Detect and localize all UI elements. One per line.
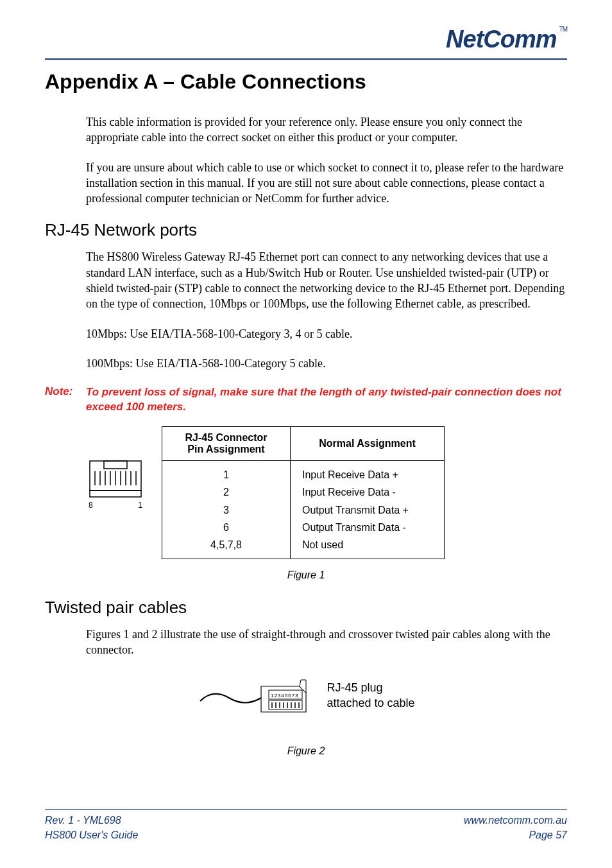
rj45-paragraph-3: 100Mbps: Use EIA/TIA-568-100-Category 5 … [86, 356, 567, 371]
rj45-connector-icon: 8 1 [86, 460, 145, 510]
footer-left: Rev. 1 - YML698 HS800 User's Guide [45, 813, 138, 842]
connector-pin-1: 1 [138, 501, 142, 510]
table-header-pin: RJ-45 Connector Pin Assignment [162, 427, 291, 461]
twisted-paragraph-1: Figures 1 and 2 illustrate the use of st… [86, 627, 567, 658]
table-assign-cell: Input Receive Data + Input Receive Data … [291, 461, 445, 559]
table-pin-cell: 1 2 3 6 4,5,7,8 [162, 461, 291, 559]
rj45-heading: RJ-45 Network ports [45, 220, 567, 240]
rj45-plug-icon: 12345678 [197, 672, 319, 720]
twisted-heading: Twisted pair cables [45, 598, 567, 618]
connector-pin-8: 8 [89, 501, 93, 510]
plug-label: RJ-45 plug attached to cable [327, 681, 414, 711]
svg-rect-15 [269, 700, 302, 709]
intro-paragraph-1: This cable information is provided for y… [86, 114, 567, 146]
logo-text: NetComm [446, 26, 556, 53]
netcomm-logo: NetCommTM [446, 26, 567, 53]
figure-2-wrap: 12345678 RJ-45 plug attached to cable [45, 672, 567, 720]
pin-assignment-table: RJ-45 Connector Pin Assignment Normal As… [162, 426, 445, 559]
plug-pin-numbers: 12345678 [271, 693, 299, 699]
figure-2-caption: Figure 2 [45, 745, 567, 757]
note-text: To prevent loss of signal, make sure tha… [86, 385, 567, 415]
note-block: Note: To prevent loss of signal, make su… [45, 385, 567, 415]
svg-rect-1 [104, 461, 127, 469]
page-footer: Rev. 1 - YML698 HS800 User's Guide www.n… [45, 809, 567, 842]
intro-paragraph-2: If you are unsure about which cable to u… [86, 160, 567, 207]
page-header: NetCommTM [45, 26, 567, 60]
figure-1-wrap: 8 1 RJ-45 Connector Pin Assignment Norma… [86, 426, 567, 559]
svg-rect-11 [90, 490, 141, 497]
page-title: Appendix A – Cable Connections [45, 70, 567, 94]
figure-1-caption: Figure 1 [45, 569, 567, 581]
rj45-paragraph-2: 10Mbps: Use EIA/TIA-568-100-Category 3, … [86, 326, 567, 342]
table-header-assignment: Normal Assignment [291, 427, 445, 461]
note-label: Note: [45, 385, 86, 415]
logo-tm: TM [559, 26, 567, 33]
rj45-paragraph-1: The HS800 Wireless Gateway RJ-45 Etherne… [86, 249, 567, 311]
footer-right: www.netcomm.com.au Page 57 [464, 813, 567, 842]
